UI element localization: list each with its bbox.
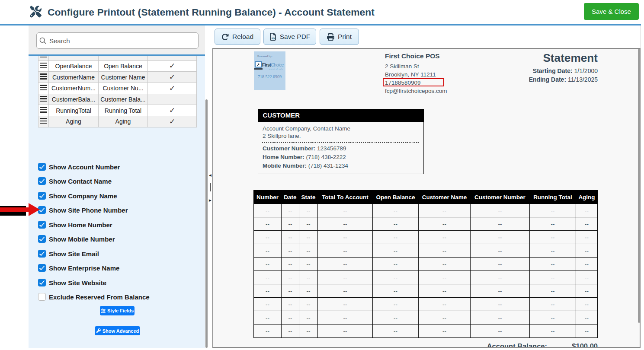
svg-text:PDF: PDF [272, 38, 276, 40]
